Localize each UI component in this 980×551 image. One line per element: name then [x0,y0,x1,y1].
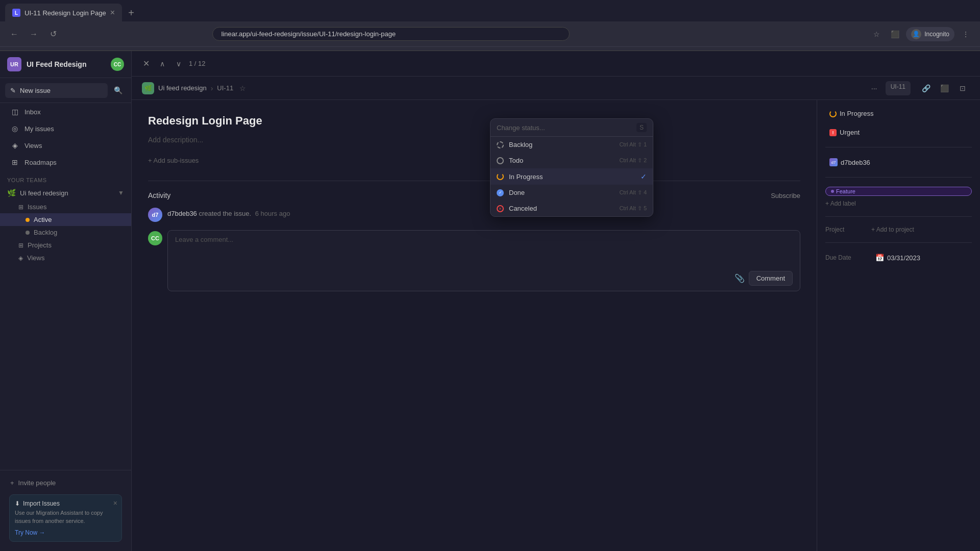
add-to-project-button[interactable]: + Add to project [871,226,914,233]
new-issue-icon: ✎ [10,87,16,94]
star-icon[interactable]: ☆ [239,84,246,92]
roadmaps-label: Roadmaps [24,159,57,166]
sidebar-item-inbox[interactable]: ◫ Inbox [3,104,128,120]
back-button[interactable]: ← [7,27,21,41]
reload-button[interactable]: ↺ [46,27,60,41]
inprogress-status-icon [497,173,504,180]
inbox-icon: ◫ [10,107,19,116]
issue-close-button[interactable]: ✕ [140,58,152,70]
extensions-button[interactable]: ⬛ [888,27,902,41]
menu-button[interactable]: ⋮ [959,27,973,41]
close-icon: ✕ [143,59,150,68]
separator-3 [825,216,972,217]
import-banner: × ⬇ Import Issues Use our Migration Assi… [9,494,122,542]
status-option-inprogress[interactable]: In Progress ✓ [491,168,653,185]
subscribe-button[interactable]: Subscribe [771,192,800,199]
sidebar-item-issues[interactable]: ⊞ Issues [0,201,131,213]
my-issues-label: My issues [24,125,54,133]
attachment-button[interactable]: 📎 [734,273,745,283]
add-label-button[interactable]: + Add label [825,200,972,207]
projects-label: Projects [28,241,52,249]
dropdown-search-bar: S [491,119,653,137]
issue-prev-button[interactable]: ∧ [156,58,168,70]
sidebar-item-backlog[interactable]: Backlog [0,226,131,239]
bookmark-button[interactable]: ☆ [869,27,884,41]
status-option-done[interactable]: ✓ Done Ctrl Alt ⇧ 4 [491,185,653,201]
priority-value[interactable]: ! Urgent [825,127,864,138]
issue-description[interactable]: Add description... [148,136,800,144]
breadcrumb-project[interactable]: Ui feed redesign [158,84,207,92]
assignee-value[interactable]: d7 d7bdeb36 [825,157,874,168]
try-now-link[interactable]: Try Now → [15,529,116,536]
address-bar[interactable]: linear.app/ui-feed-redesign/issue/UI-11/… [212,27,570,41]
new-issue-label: New issue [20,87,51,94]
inprogress-icon [829,110,837,117]
active-label: Active [34,216,52,223]
status-value[interactable]: In Progress [825,108,877,119]
team-nav-arrow: ▼ [118,189,124,196]
status-row: In Progress [825,108,972,119]
issue-next-button[interactable]: ∨ [173,58,185,70]
inbox-label: Inbox [24,108,41,116]
team-nav-ui-feed[interactable]: 🌿 Ui feed redesign ▼ [0,186,131,200]
team-nav-name: Ui feed redesign [20,189,68,197]
main-nav: ◫ Inbox ◎ My issues ◈ Views ⊞ Roadmaps [0,103,131,171]
selected-checkmark: ✓ [641,172,647,181]
separator-4 [825,242,972,243]
assignee-row: d7 d7bdeb36 [825,157,972,168]
views-team-label: Views [27,254,44,262]
comment-input-area[interactable]: Leave a comment... 📎 Comment [167,230,800,291]
sidebar-item-views[interactable]: ◈ Views [3,137,128,154]
new-issue-button[interactable]: ✎ New issue [5,83,108,98]
down-arrow-icon: ∨ [176,60,181,68]
sidebar-item-views-team[interactable]: ◈ Views [0,252,131,264]
forward-button[interactable]: → [27,27,41,41]
breadcrumb-bar: 🌿 Ui feed redesign › UI-11 ☆ ··· UI-11 🔗… [132,77,980,100]
status-shortcut-key: S [636,123,647,132]
status-option-todo[interactable]: Todo Ctrl Alt ⇧ 2 [491,153,653,168]
sidebar-actions: ✎ New issue 🔍 [0,78,131,103]
status-search-input[interactable] [497,124,632,132]
invite-people-button[interactable]: + Invite people [5,475,126,490]
breadcrumb-separator: › [211,84,213,92]
comment-user-avatar: CC [148,231,162,245]
banner-close-button[interactable]: × [113,499,117,507]
due-date-value[interactable]: 📅 03/31/2023 [871,252,924,263]
my-issues-icon: ◎ [10,124,19,133]
status-option-cancelled[interactable]: × Canceled Ctrl Alt ⇧ 5 [491,201,653,216]
history-button[interactable]: ⊡ [955,81,970,95]
comment-box: CC Leave a comment... 📎 Comment [148,230,800,291]
issue-title: Redesign Login Page [148,114,800,128]
comment-submit-button[interactable]: Comment [749,271,793,286]
team-name: UI Feed Redesign [27,60,106,68]
feature-label[interactable]: Feature [825,187,972,196]
import-icon: ⬇ [15,500,20,507]
status-dropdown[interactable]: S Backlog Ctrl Alt ⇧ 1 Todo Ctrl Alt ⇧ 2… [490,118,653,217]
new-tab-button[interactable]: + [124,6,138,20]
sidebar-item-active[interactable]: Active [0,213,131,226]
sidebar-item-roadmaps[interactable]: ⊞ Roadmaps [3,154,128,170]
tab-close-button[interactable]: × [110,8,115,17]
sidebar-item-projects[interactable]: ⊞ Projects [0,239,131,252]
link-icon: 🔗 [922,84,930,92]
priority-row: ! Urgent [825,127,972,138]
activity-action: created the issue. [199,210,251,217]
user-avatar[interactable]: CC [111,58,124,71]
activity-header: Activity Subscribe [148,191,800,199]
active-tab[interactable]: L UI-11 Redesign Login Page × [5,4,122,22]
done-status-icon: ✓ [497,189,504,196]
activity-text: d7bdeb36 created the issue. 6 hours ago [167,208,290,217]
add-sub-issues-button[interactable]: + Add sub-issues [148,157,199,164]
due-date-label: Due Date [825,254,866,261]
todo-shortcut: Ctrl Alt ⇧ 2 [619,157,647,164]
sidebar-item-my-issues[interactable]: ◎ My issues [3,120,128,137]
views-team-icon: ◈ [18,255,23,262]
share-button[interactable]: ⬛ [937,81,951,95]
priority-label: Urgent [840,129,860,136]
breadcrumb-issue-id[interactable]: UI-11 [217,84,233,92]
more-options-button[interactable]: ··· [867,81,881,95]
backlog-option-label: Backlog [509,141,532,148]
search-button[interactable]: 🔍 [110,82,126,98]
status-option-backlog[interactable]: Backlog Ctrl Alt ⇧ 1 [491,137,653,153]
copy-link-button[interactable]: 🔗 [919,81,933,95]
